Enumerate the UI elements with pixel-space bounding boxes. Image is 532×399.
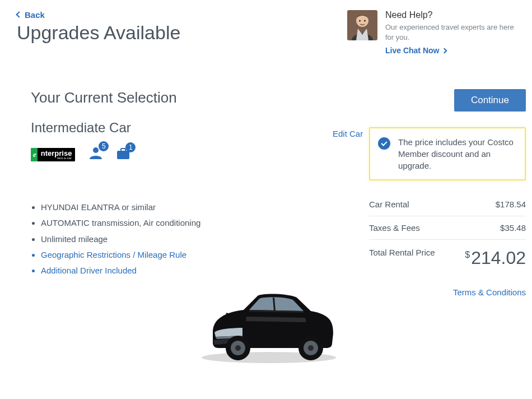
total-line: Total Rental Price $ 214.02 <box>369 240 526 272</box>
section-heading: Your Current Selection <box>31 89 344 106</box>
passenger-count: 5 <box>99 141 109 151</box>
avatar <box>347 10 377 40</box>
taxes-value: $35.48 <box>500 223 526 233</box>
chevron-left-icon <box>16 11 22 17</box>
total-price: $ 214.02 <box>465 248 526 268</box>
svg-point-10 <box>235 345 241 351</box>
feature-item: HYUNDAI ELANTRA or similar <box>41 202 216 213</box>
svg-point-4 <box>93 147 99 153</box>
rental-value: $178.54 <box>496 200 526 209</box>
rental-label: Car Rental <box>369 200 409 209</box>
help-panel: Need Help? Our experienced travel expert… <box>347 10 515 55</box>
vendor-logo: e nterprise rent-a-car <box>31 148 75 161</box>
chevron-right-icon <box>442 48 447 53</box>
total-label: Total Rental Price <box>369 248 435 257</box>
svg-point-2 <box>359 20 361 22</box>
luggage-icon: 1 <box>116 148 130 161</box>
passenger-icon: 5 <box>88 147 103 161</box>
feature-item: AUTOMATIC transmission, Air conditioning <box>41 217 216 229</box>
callout-text: The price includes your Costco Member di… <box>398 136 517 171</box>
continue-button[interactable]: Continue <box>454 89 526 112</box>
back-label: Back <box>25 10 45 20</box>
feature-item: Unlimited mileage <box>41 234 216 245</box>
back-link[interactable]: Back <box>17 10 45 20</box>
help-title: Need Help? <box>385 10 515 20</box>
help-text: Our experienced travel experts are here … <box>385 22 515 42</box>
svg-point-13 <box>308 345 314 351</box>
additional-driver-link[interactable]: Additional Driver Included <box>41 265 216 276</box>
price-line-rental: Car Rental $178.54 <box>369 193 526 216</box>
check-icon <box>378 137 390 150</box>
discount-callout: The price includes your Costco Member di… <box>369 127 526 180</box>
car-class: Intermediate Car <box>31 120 344 136</box>
svg-point-3 <box>364 20 366 22</box>
live-chat-link[interactable]: Live Chat Now <box>385 46 446 55</box>
total-amount: 214.02 <box>471 248 526 268</box>
geo-restrictions-link[interactable]: Geographic Restrictions / Mileage Rule <box>41 249 216 261</box>
taxes-label: Taxes & Fees <box>369 223 420 233</box>
terms-link[interactable]: Terms & Conditions <box>453 287 526 297</box>
edit-car-link[interactable]: Edit Car <box>333 129 363 138</box>
car-image <box>193 282 344 368</box>
svg-rect-6 <box>121 149 125 151</box>
luggage-count: 1 <box>125 142 136 152</box>
svg-rect-5 <box>117 151 129 159</box>
live-chat-label: Live Chat Now <box>385 46 439 55</box>
page-title: Upgrades Available <box>17 22 180 44</box>
total-currency: $ <box>465 250 470 260</box>
price-line-taxes: Taxes & Fees $35.48 <box>369 216 526 240</box>
features-list: HYUNDAI ELANTRA or similar AUTOMATIC tra… <box>31 202 216 276</box>
